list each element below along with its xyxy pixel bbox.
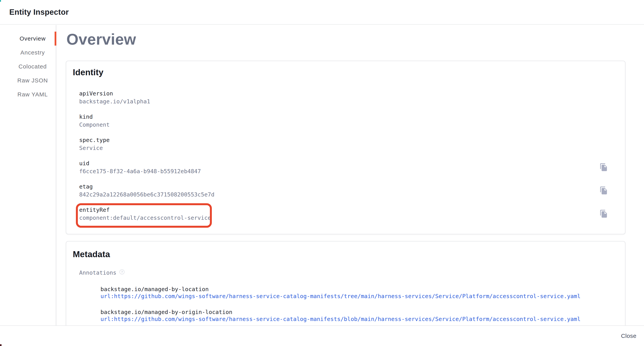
screen-artifact xyxy=(0,344,2,346)
file-copy-icon xyxy=(600,186,608,195)
dialog-header: Entity Inspector xyxy=(0,0,644,25)
tab-raw-yaml[interactable]: Raw YAML xyxy=(0,87,56,101)
tab-overview-label: Overview xyxy=(20,35,46,42)
dialog-content[interactable]: Overview Identity apiVersion backstage.i… xyxy=(56,25,644,325)
tab-overview[interactable]: Overview xyxy=(0,32,56,46)
field-value: Component xyxy=(79,121,625,129)
file-copy-icon xyxy=(600,210,608,218)
dialog-title: Entity Inspector xyxy=(9,8,69,17)
identity-card-title: Identity xyxy=(73,67,625,77)
close-button[interactable]: Close xyxy=(618,330,640,341)
field-uid: uid f6cce175-8f32-4a6a-b948-b55912eb4847 xyxy=(79,160,625,183)
sidebar: Overview Ancestry Colocated Raw JSON Raw… xyxy=(0,25,56,325)
metadata-card-title: Metadata xyxy=(73,249,625,259)
field-label: etag xyxy=(79,183,625,190)
help-glyph: ? xyxy=(121,270,123,274)
help-icon[interactable]: ? xyxy=(120,269,124,274)
annotation-list: backstage.io/managed-by-location url:htt… xyxy=(100,286,625,325)
field-kind: kind Component xyxy=(79,113,625,136)
field-label: uid xyxy=(79,160,625,167)
field-value: f6cce175-8f32-4a6a-b948-b55912eb4847 xyxy=(79,167,625,175)
field-value: component:default/accesscontrol-service xyxy=(79,214,625,222)
field-entity-ref: entityRef component:default/accesscontro… xyxy=(79,206,625,229)
field-value: Service xyxy=(79,144,625,152)
identity-fields: apiVersion backstage.io/v1alpha1 kind Co… xyxy=(79,90,625,229)
annotation-managed-by-origin-location: backstage.io/managed-by-origin-location … xyxy=(100,308,625,325)
annotations-label: Annotations xyxy=(79,269,116,276)
annotation-url-link[interactable]: url:https://github.com/wings-software/ha… xyxy=(100,315,580,322)
tab-raw-json[interactable]: Raw JSON xyxy=(0,74,56,87)
file-copy-icon xyxy=(600,163,608,171)
tab-ancestry-label: Ancestry xyxy=(20,49,45,56)
copy-etag-button[interactable] xyxy=(600,186,608,195)
dialog-footer: Close xyxy=(0,325,644,346)
tab-raw-yaml-label: Raw YAML xyxy=(18,91,48,98)
copy-uid-button[interactable] xyxy=(600,163,608,171)
annotation-key: backstage.io/managed-by-origin-location xyxy=(100,308,625,315)
metadata-card: Metadata Annotations ? backstage.io/mana… xyxy=(66,241,626,325)
field-label: spec.type xyxy=(79,136,625,144)
annotation-key: backstage.io/managed-by-location xyxy=(100,286,625,293)
tab-list: Overview Ancestry Colocated Raw JSON Raw… xyxy=(0,32,56,101)
identity-card: Identity apiVersion backstage.io/v1alpha… xyxy=(66,61,626,234)
tab-raw-json-label: Raw JSON xyxy=(18,77,48,84)
field-api-version: apiVersion backstage.io/v1alpha1 xyxy=(79,90,625,113)
page-title: Overview xyxy=(66,31,644,48)
tab-colocated-label: Colocated xyxy=(18,63,47,70)
annotations-header: Annotations ? xyxy=(79,269,625,276)
field-label: kind xyxy=(79,113,625,120)
field-label: entityRef xyxy=(79,206,625,214)
active-tab-indicator xyxy=(54,32,56,46)
tab-ancestry[interactable]: Ancestry xyxy=(0,46,56,60)
field-label: apiVersion xyxy=(79,90,625,97)
field-etag: etag 842c29a2a12268a0056be6c371508200553… xyxy=(79,183,625,206)
field-value: backstage.io/v1alpha1 xyxy=(79,98,625,105)
copy-entity-ref-button[interactable] xyxy=(600,210,608,218)
tab-colocated[interactable]: Colocated xyxy=(0,60,56,74)
screen-artifact xyxy=(0,0,1,2)
field-value: 842c29a2a12268a0056be6c371508200553c5e7d xyxy=(79,191,625,198)
entity-inspector-dialog: Entity Inspector Overview Ancestry Coloc… xyxy=(0,0,644,346)
annotation-managed-by-location: backstage.io/managed-by-location url:htt… xyxy=(100,286,625,308)
field-spec-type: spec.type Service xyxy=(79,136,625,160)
annotation-url-link[interactable]: url:https://github.com/wings-software/ha… xyxy=(100,293,580,300)
